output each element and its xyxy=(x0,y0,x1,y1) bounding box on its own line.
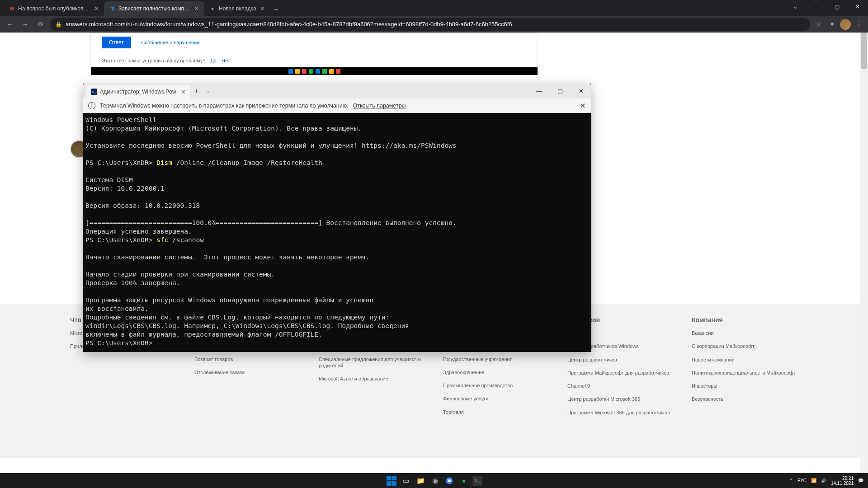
infobar-close-icon[interactable]: ✕ xyxy=(580,102,586,110)
tab-close-icon[interactable]: ✕ xyxy=(259,5,265,12)
tab-title: На вопрос был опубликован н xyxy=(18,5,90,12)
volume-icon[interactable]: 🔊 xyxy=(821,478,826,483)
minimize-button[interactable]: — xyxy=(806,0,826,14)
reply-box: Ответ Сообщение о нарушении xyxy=(90,33,538,54)
maximize-button[interactable]: ▢ xyxy=(826,0,847,14)
window-controls: ⌄ — ▢ ✕ xyxy=(785,0,868,14)
infobar-text: Терминал Windows можно настроить в парам… xyxy=(100,103,349,109)
system-tray: ⌃ РУС 📶 🔊 20:21 14.11.2021 💬 xyxy=(789,476,863,486)
language-indicator[interactable]: РУС xyxy=(797,478,807,483)
footer-link[interactable]: Финансовые услуги xyxy=(443,395,549,402)
forum-answer-card: Ответ Сообщение о нарушении Этот ответ п… xyxy=(90,33,538,75)
footer-column: КомпанияВакансииО корпорации МайкрософтН… xyxy=(692,316,798,422)
terminal-new-tab-button[interactable]: + xyxy=(190,85,203,98)
microsoft-favicon: ⊞ xyxy=(108,5,116,12)
reload-button[interactable]: ⟳ xyxy=(34,18,47,31)
footer-link[interactable]: Здравоохранение xyxy=(443,369,549,375)
globe-favicon: ● xyxy=(209,5,216,12)
spotify-icon[interactable]: ● xyxy=(458,475,470,487)
open-settings-link[interactable]: Открыть параметры xyxy=(353,103,406,109)
back-button[interactable]: ← xyxy=(4,18,16,31)
browser-chrome: M На вопрос был опубликован н ✕ ⊞ Зависа… xyxy=(0,0,868,33)
footer-link[interactable]: Вакансии xyxy=(692,330,798,336)
footer-link[interactable]: Государственные учреждения xyxy=(443,356,549,362)
footer-link[interactable]: Безопасность xyxy=(692,396,798,402)
tab-title: Новая вкладка xyxy=(219,5,256,12)
star-icon[interactable]: ☆ xyxy=(813,19,824,30)
terminal-tab-dropdown-icon[interactable]: ⌄ xyxy=(203,85,214,98)
tab-strip: M На вопрос был опубликован н ✕ ⊞ Зависа… xyxy=(0,0,868,16)
scrollbar-thumb[interactable] xyxy=(861,33,867,69)
tab-close-icon[interactable]: ✕ xyxy=(93,5,99,12)
footer-link[interactable]: Промышленное производство xyxy=(443,382,549,389)
mini-taskbar xyxy=(91,67,538,75)
terminal-icon[interactable]: >_ xyxy=(472,476,482,486)
address-bar-row: ← → ⟳ 🔒 answers.microsoft.com/ru-ru/wind… xyxy=(0,16,868,33)
footer-link[interactable]: Политика конфиденциальности Майкрософт xyxy=(692,370,798,376)
footer-link[interactable]: Центр разработки Microsoft 365 xyxy=(567,396,674,402)
terminal-tab-powershell[interactable]: >_ Администратор: Windows Pow ✕ xyxy=(86,85,190,99)
helpful-question: Этот ответ помог устранить вашу проблему… xyxy=(102,58,205,63)
report-link[interactable]: Сообщение о нарушении xyxy=(141,40,199,45)
powershell-icon: >_ xyxy=(91,89,97,95)
embedded-screenshot xyxy=(90,67,538,75)
tab-title: Зависает полностью комп в не xyxy=(118,5,191,12)
terminal-close-button[interactable]: ✕ xyxy=(571,84,591,99)
terminal-maximize-button[interactable]: ▢ xyxy=(550,84,571,99)
taskbar-center: ▭ 📁 ◉ ● >_ xyxy=(386,475,482,487)
footer-link[interactable]: Программа Майкрософт для разработчиков xyxy=(567,370,674,376)
info-icon: i xyxy=(88,102,95,109)
tray-overflow-icon[interactable]: ⌃ xyxy=(789,478,793,483)
kebab-menu-icon[interactable]: ⋮ xyxy=(854,19,864,30)
page-scrollbar[interactable] xyxy=(860,33,868,473)
helpful-row: Этот ответ помог устранить вашу проблему… xyxy=(90,54,538,67)
task-view-icon[interactable]: ▭ xyxy=(400,475,412,487)
footer-link[interactable]: О корпорации Майкрософт xyxy=(692,343,798,349)
terminal-tab-close-icon[interactable]: ✕ xyxy=(181,89,186,95)
close-button[interactable]: ✕ xyxy=(847,0,868,14)
profile-avatar[interactable] xyxy=(840,19,851,30)
gmail-favicon: M xyxy=(8,5,15,12)
browser-tab-newtab[interactable]: ● Новая вкладка ✕ xyxy=(204,1,270,16)
notifications-icon[interactable]: 💬 xyxy=(858,478,863,483)
svg-point-1 xyxy=(448,479,451,482)
start-button[interactable] xyxy=(386,475,397,487)
steam-icon[interactable]: ◉ xyxy=(429,475,441,487)
extensions-area: ☆ ✦ ⋮ xyxy=(813,19,864,30)
terminal-info-bar: i Терминал Windows можно настроить в пар… xyxy=(83,99,591,113)
footer-link[interactable]: Программа Microsoft 365 для разработчико… xyxy=(567,409,674,416)
extensions-icon[interactable]: ✦ xyxy=(826,19,837,30)
reply-button[interactable]: Ответ xyxy=(102,37,131,48)
terminal-tab-bar: >_ Администратор: Windows Pow ✕ + ⌄ — ▢ … xyxy=(83,84,591,99)
browser-tab-msanswers[interactable]: ⊞ Зависает полностью комп в не ✕ xyxy=(104,1,204,16)
file-explorer-icon[interactable]: 📁 xyxy=(415,475,426,487)
lock-icon: 🔒 xyxy=(55,21,62,28)
new-tab-button[interactable]: + xyxy=(270,3,283,16)
helpful-yes[interactable]: Да xyxy=(210,58,217,63)
terminal-output[interactable]: Windows PowerShell (C) Корпорация Майкро… xyxy=(83,113,591,352)
terminal-tab-title: Администратор: Windows Pow xyxy=(100,89,176,95)
forward-button[interactable]: → xyxy=(19,18,32,31)
url-text: answers.microsoft.com/ru-ru/windows/foru… xyxy=(66,21,512,28)
terminal-window-controls: — ▢ ✕ xyxy=(529,84,591,99)
footer-link[interactable]: Специальные предложения для учащихся и р… xyxy=(319,356,425,369)
browser-tab-gmail[interactable]: M На вопрос был опубликован н ✕ xyxy=(4,1,104,16)
network-icon[interactable]: 📶 xyxy=(811,478,816,483)
footer-link[interactable]: Торговля xyxy=(443,409,549,415)
footer-link[interactable]: Центр разработчиков xyxy=(567,357,674,363)
helpful-no[interactable]: Нет xyxy=(222,58,230,63)
windows-terminal-window: >_ Администратор: Windows Pow ✕ + ⌄ — ▢ … xyxy=(83,84,591,352)
tab-close-icon[interactable]: ✕ xyxy=(193,5,200,12)
chrome-icon[interactable] xyxy=(443,475,455,487)
footer-link[interactable]: Новости компании xyxy=(692,357,798,363)
footer-link[interactable]: Отслеживание заказа xyxy=(194,369,301,375)
footer-link[interactable]: Channel 9 xyxy=(567,383,674,389)
clock[interactable]: 20:21 14.11.2021 xyxy=(831,476,854,486)
footer-link[interactable]: Microsoft Azure и образование xyxy=(319,375,425,382)
chevron-down-icon[interactable]: ⌄ xyxy=(785,0,806,14)
footer-heading: Компания xyxy=(692,316,798,324)
terminal-minimize-button[interactable]: — xyxy=(529,84,550,99)
address-bar[interactable]: 🔒 answers.microsoft.com/ru-ru/windows/fo… xyxy=(50,18,810,31)
footer-link[interactable]: Инвесторы xyxy=(692,383,798,389)
footer-link[interactable]: Возврат товаров xyxy=(194,356,301,362)
